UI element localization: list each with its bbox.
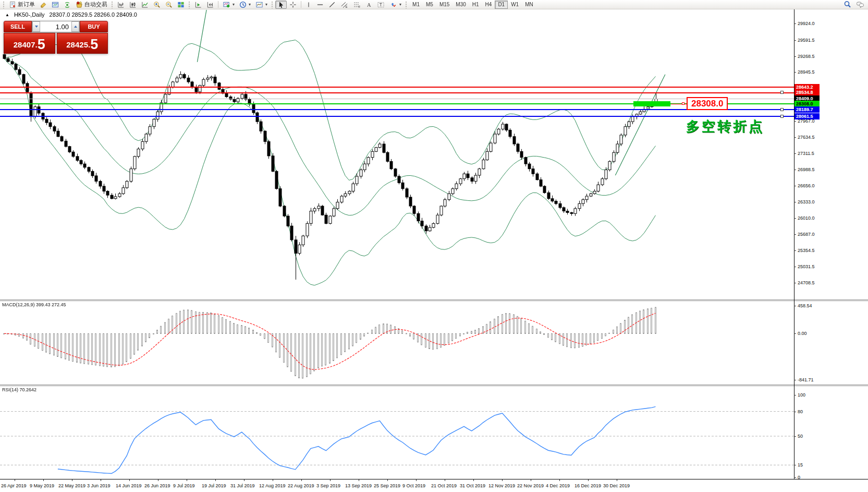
timeframe-mn-button[interactable]: MN [522,1,536,9]
line-handle[interactable] [780,115,784,118]
signal-button[interactable] [62,1,73,9]
toolbar-grip[interactable] [188,1,191,8]
eraser-button[interactable] [38,1,49,9]
time-axis[interactable]: 26 Apr 20199 May 201922 May 20193 Jun 20… [0,479,868,492]
buy-price-button[interactable]: 28425.5 [57,33,108,54]
time-axis-tick [502,479,503,481]
horizontal-line-tool-button[interactable] [314,1,326,9]
text-label-icon: T [377,1,385,8]
time-axis-tick [273,479,273,481]
profiles-button[interactable] [50,1,61,9]
crosshair-tool-button[interactable] [287,1,299,9]
chevron-down-icon: ▾ [249,2,251,7]
add-indicator-button[interactable]: ▾ [221,1,237,9]
auto-trading-button[interactable]: 自动交易 [74,1,109,9]
pane-separator[interactable] [0,299,868,301]
timeframe-m1-button[interactable]: M1 [409,1,423,9]
one-click-trading-panel: SELL BUY 28407.5 28425.5 [4,21,108,54]
time-axis-label: 9 Jul 2019 [173,483,195,488]
text-label-tool-button[interactable]: T [375,1,387,9]
price-axis-label: 29591.5 [798,38,815,43]
timeframe-m30-button[interactable]: M30 [453,1,469,9]
zoom-in-button[interactable] [151,1,163,9]
toolbar-grip[interactable] [271,1,274,8]
time-axis-label: 3 Sep 2019 [316,483,340,488]
time-axis-tick [158,479,158,481]
fibonacci-tool-button[interactable]: F [351,1,363,9]
line-chart-button[interactable] [139,1,151,9]
chart-shift-icon [206,1,214,8]
rsi-axis-label: 80 [798,409,803,414]
main-chart-canvas[interactable] [0,9,794,299]
search-button[interactable] [841,1,853,9]
vertical-line-tool-button[interactable] [303,1,314,9]
timeframe-d1-button[interactable]: D1 [495,1,508,9]
buy-price: 28425 [66,38,88,51]
toolbar-grip[interactable] [3,1,5,8]
time-axis-tick [473,479,474,481]
price-tag-28061.5: 28061.5 [794,113,820,119]
chart-shift-button[interactable] [204,1,216,9]
line-handle[interactable] [780,91,784,94]
bar-chart-button[interactable] [115,1,127,9]
timeframe-buttons: M1M5M15M30H1H4D1W1MN [409,1,536,9]
time-axis-label: 25 Sep 2019 [374,483,400,488]
chat-button[interactable] [854,1,866,9]
price-axis-label: 26333.0 [798,199,815,205]
horizontal-line-28643.2[interactable] [0,87,794,88]
period-button[interactable]: ▾ [237,1,253,9]
text-tool-button[interactable]: A [363,1,374,9]
arrows-tool-button[interactable]: ▾ [387,1,404,9]
chat-icon [856,1,864,8]
new-order-button[interactable]: 新订单 [7,1,37,9]
rsi-axis-label: 0 [798,475,800,480]
price-axis-tick [794,121,796,122]
trendline-tool-button[interactable] [326,1,338,9]
volume-input[interactable] [40,21,71,32]
horizontal-line-28189.7[interactable] [0,109,794,110]
tile-windows-button[interactable] [175,1,187,9]
pane-separator[interactable] [0,385,868,386]
highlight-segment[interactable] [633,101,670,106]
price-axis-tick [794,234,796,235]
price-axis-label: 26656.0 [798,183,815,188]
rsi-pane: RSI(14) 70.2642 [0,386,794,479]
macd-canvas[interactable] [0,301,794,385]
price-axis-tick [794,218,796,219]
timeframe-h4-button[interactable]: H4 [482,1,495,9]
zoom-out-button[interactable] [163,1,175,9]
volume-increase-button[interactable] [71,21,79,32]
toolbar-grip[interactable] [111,1,114,8]
turning-point-note[interactable]: 多空转折点 [686,117,764,136]
collapse-triangle-icon[interactable]: ▲ [5,13,9,17]
toolbar-grip[interactable] [405,1,408,8]
price-axis-tick [794,202,796,202]
macd-pane: MACD(12,26,9) 399.43 272.45 [0,301,794,385]
triangle-down-icon [35,26,38,28]
timeframe-m15-button[interactable]: M15 [436,1,453,9]
clock-icon [239,1,247,8]
buy-button[interactable]: BUY [80,21,108,32]
timeframe-w1-button[interactable]: W1 [508,1,522,9]
rsi-canvas[interactable] [0,386,794,479]
sell-price-button[interactable]: 28407.5 [4,33,55,54]
sell-price: 28407 [14,38,35,51]
price-axis-tick [794,250,796,251]
line-handle[interactable] [780,108,784,111]
sell-button[interactable]: SELL [4,21,32,32]
signal-icon [64,1,71,8]
auto-scroll-button[interactable] [192,1,204,9]
vertical-line-icon [305,1,312,8]
timeframe-h1-button[interactable]: H1 [469,1,482,9]
horizontal-line-28409.0[interactable] [0,99,794,99]
price-axis-label: 27634.5 [798,135,815,140]
horizontal-line-28061.5[interactable] [0,116,794,117]
horizontal-line-28534.8[interactable] [0,92,794,93]
candlestick-chart-button[interactable] [127,1,139,9]
price-callout[interactable]: 28308.0 [687,97,728,110]
volume-decrease-button[interactable] [32,21,40,32]
template-button[interactable]: ▾ [253,1,270,9]
cursor-tool-button[interactable] [275,1,287,9]
equidistant-channel-tool-button[interactable]: E [338,1,350,9]
timeframe-m5-button[interactable]: M5 [423,1,436,9]
